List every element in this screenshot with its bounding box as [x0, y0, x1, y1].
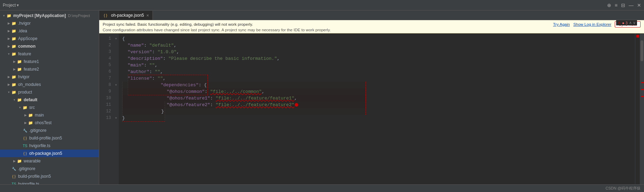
code-line-1: { [122, 35, 631, 42]
sidebar-item-ohostest[interactable]: ▶ 📁 ohosTest [0, 119, 99, 127]
project-folder-icon: 📁 [6, 13, 12, 18]
main-layout: ▾ 📁 myProject [MyApplication] D:\myProje… [0, 10, 644, 184]
product-folder-icon: 📁 [11, 89, 17, 95]
sidebar-item-src[interactable]: ▾ 📁 src [0, 104, 99, 111]
warning-line1: Project sync failed. Basic functionality… [103, 21, 641, 27]
sidebar-item-oh-package-json5[interactable]: { } oh-package.json5 [0, 150, 99, 157]
code-line-11: "@ohos/feature2": "file:../../feature/fe… [122, 102, 631, 108]
sidebar-item-feature1[interactable]: ▶ 📁 feature1 [0, 58, 99, 65]
fold-2 [113, 42, 119, 49]
sidebar-item-feature[interactable]: ▾ 📁 feature [0, 50, 99, 58]
sidebar-item-gitignore[interactable]: 🔧 .gitignore [0, 127, 99, 134]
watermark: CSDN @码牛程序猿 [606, 186, 641, 191]
code-line-6: "author": "", [122, 69, 631, 75]
warning-line2: Core configuration attributes have chang… [103, 28, 641, 32]
feature-folder-icon: 📁 [11, 51, 17, 57]
sidebar-item-oh-modules[interactable]: ▶ 📁 oh_modules [0, 81, 99, 88]
hvigor-folder-icon: 📁 [11, 21, 17, 26]
sidebar-item-hvigor2[interactable]: ▶ 📁 hvigor [0, 73, 99, 81]
gitignore-label: .gitignore [29, 128, 46, 133]
sidebar-item-product[interactable]: ▾ 📁 product [0, 88, 99, 96]
idea-folder-icon: 📁 [11, 28, 17, 34]
collapse-icon[interactable]: ⊟ [621, 2, 625, 8]
code-content[interactable]: { "name": "default", "version": "1.0.0",… [119, 33, 635, 184]
scrollbar-thumb[interactable] [641, 40, 643, 61]
sidebar-item-root-gitignore[interactable]: 🔧 .gitignore [0, 165, 99, 173]
appscope-folder-icon: 📁 [11, 36, 17, 41]
editor-area: { } oh-package.json5 ✕ Project sync fail… [99, 10, 644, 184]
line-num-8: 8 [99, 82, 111, 88]
root-gitignore-icon: 🔧 [11, 166, 17, 171]
sidebar-item-feature2[interactable]: ▶ 📁 feature2 [0, 65, 99, 73]
error-nav[interactable]: ∧ ∨ [629, 21, 636, 25]
error-stripe [641, 82, 644, 83]
line-numbers: 1 2 3 4 5 6 7 8 9 10 11 12 13 [99, 33, 113, 184]
sidebar-item-build-profile[interactable]: { } build-profile.json5 [0, 134, 99, 142]
oh-modules-arrow: ▶ [6, 83, 11, 86]
sync-icon[interactable]: ≡ [615, 2, 618, 8]
error-marker [636, 35, 639, 38]
src-folder-icon: 📁 [22, 105, 28, 110]
code-editor: 1 2 3 4 5 6 7 8 9 10 11 12 13 ▾ [99, 33, 644, 184]
ohostest-arrow: ▶ [23, 121, 28, 125]
line-num-1: 1 [99, 35, 111, 42]
project-dropdown-arrow[interactable]: ▾ [17, 3, 19, 8]
feature1-label: feature1 [24, 59, 39, 64]
line-num-10: 10 [99, 95, 111, 102]
root-build-label: build-profile.json5 [18, 174, 51, 179]
fold-4 [113, 55, 119, 62]
sidebar-item-appscope[interactable]: ▶ 📁 AppScope [0, 35, 99, 42]
hvigor2-folder-icon: 📁 [11, 74, 17, 80]
error-dot: ⚠ [618, 21, 621, 25]
fold-12 [113, 108, 119, 115]
sidebar-item-project[interactable]: ▾ 📁 myProject [MyApplication] D:\myProje… [0, 12, 99, 19]
error-count-bar: ⚠ ● 3 ∧ ∨ [616, 20, 637, 25]
close-icon[interactable]: ✕ [637, 2, 641, 8]
sidebar-item-default[interactable]: ▾ 📁 default [0, 96, 99, 104]
project-label: myProject [MyApplication] [13, 13, 66, 18]
fold-gutter: ▾ ▾ ▾ [113, 33, 119, 184]
code-line-5: "main": "", [122, 62, 631, 69]
add-module-icon[interactable]: ⊕ [607, 2, 611, 8]
status-bar: CSDN @码牛程序猿 [0, 184, 644, 192]
tab-label: oh-package.json5 [111, 13, 144, 18]
try-again-link[interactable]: Try Again [553, 22, 570, 26]
default-arrow: ▾ [12, 98, 17, 102]
scrollbar-area[interactable] [640, 33, 644, 184]
tab-oh-package-json5[interactable]: { } oh-package.json5 ✕ [99, 11, 153, 20]
main-folder-icon: 📁 [28, 112, 33, 118]
project-expand-arrow: ▾ [1, 14, 6, 17]
appscope-label: AppScope [18, 36, 37, 41]
sidebar-item-idea[interactable]: ▶ 📁 .idea [0, 27, 99, 35]
wearable-arrow: ▶ [12, 159, 17, 163]
line-num-4: 4 [99, 55, 111, 62]
tab-json-icon: { } [103, 13, 108, 18]
sidebar-item-wearable[interactable]: ▶ 📁 wearable [0, 157, 99, 165]
fold-9 [113, 88, 119, 95]
settings-icon[interactable]: — [629, 2, 634, 8]
sidebar-item-root-build-profile[interactable]: { } build-profile.json5 [0, 173, 99, 180]
feature-label: feature [18, 51, 31, 56]
idea-arrow: ▶ [6, 29, 11, 33]
feature2-folder-icon: 📁 [17, 66, 22, 72]
product-label: product [18, 90, 32, 95]
code-line-2: "name": "default", [122, 42, 631, 49]
top-bar-icons: ⊕ ≡ ⊟ — ✕ [607, 2, 641, 8]
tab-close-button[interactable]: ✕ [146, 14, 149, 17]
hvigor2-label: hvigor [18, 74, 30, 79]
sidebar: ▾ 📁 myProject [MyApplication] D:\myProje… [0, 10, 99, 184]
wearable-folder-icon: 📁 [17, 158, 22, 164]
line-num-5: 5 [99, 62, 111, 69]
sidebar-item-main[interactable]: ▶ 📁 main [0, 111, 99, 119]
oh-package-icon: { } [22, 151, 28, 156]
show-log-link[interactable]: Show Log in Explorer [573, 22, 611, 26]
oh-modules-folder-icon: 📁 [11, 82, 17, 87]
sidebar-item-root-hvigorfile[interactable]: TS hvigorfile.ts [0, 180, 99, 184]
ohostest-label: ohosTest [35, 120, 52, 125]
default-label: default [24, 97, 37, 102]
ohostest-folder-icon: 📁 [28, 120, 33, 126]
sidebar-item-common[interactable]: ▶ 📁 common [0, 42, 99, 50]
error-stripe-2 [641, 89, 644, 90]
sidebar-item-hvigor[interactable]: ▶ 📁 .hvigor [0, 19, 99, 27]
sidebar-item-hvigorfile-ts[interactable]: TS hvigorfile.ts [0, 142, 99, 150]
